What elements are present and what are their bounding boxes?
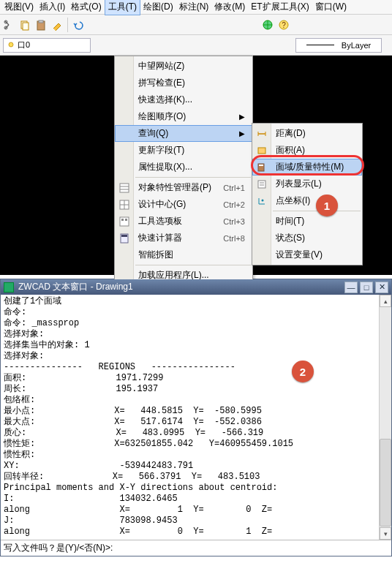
toolbar-main: ? xyxy=(0,15,392,35)
copy-icon[interactable] xyxy=(19,19,31,31)
help-icon[interactable]: ? xyxy=(278,19,290,31)
svg-point-32 xyxy=(262,199,264,201)
palette-icon xyxy=(118,216,130,227)
tools-item-qselect[interactable]: 快速选择(K)... xyxy=(115,91,252,108)
calculator-icon xyxy=(118,233,130,244)
svg-rect-10 xyxy=(120,184,129,192)
menubar: 视图(V) 插入(I) 格式(O) 工具(T) 绘图(D) 标注(N) 修改(M… xyxy=(0,0,392,15)
callout-ring-massprop xyxy=(251,155,364,176)
query-item-status[interactable]: 状态(S) xyxy=(252,230,362,246)
distance-icon xyxy=(256,128,268,140)
drawing-stage: 中望网站(Z) 拼写检查(E) 快速选择(K)... 绘图顺序(O)▶ 查询(Q… xyxy=(0,56,392,275)
linetype-dropdown[interactable]: ByLayer xyxy=(295,38,382,53)
submenu-arrow-icon: ▶ xyxy=(239,129,245,137)
match-icon[interactable] xyxy=(51,19,63,31)
menu-tools[interactable]: 工具(T) xyxy=(105,0,140,15)
svg-rect-24 xyxy=(258,148,265,154)
menu-format[interactable]: 格式(O) xyxy=(68,0,104,15)
query-item-point[interactable]: 点坐标(I) xyxy=(252,192,362,209)
text-window-title: ZWCAD 文本窗口 - Drawing1 xyxy=(18,281,133,293)
maximize-button[interactable]: □ xyxy=(360,282,373,293)
tools-item-propmgr[interactable]: 对象特性管理器(P)Ctrl+1 xyxy=(115,179,252,196)
bulb-icon xyxy=(7,41,15,50)
paste-icon[interactable] xyxy=(35,19,47,31)
tools-item-draworder[interactable]: 绘图顺序(O)▶ xyxy=(115,108,252,125)
tools-item-spell[interactable]: 拼写检查(E) xyxy=(115,75,252,91)
menu-modify[interactable]: 修改(M) xyxy=(211,0,248,15)
menu-view[interactable]: 视图(V) xyxy=(1,0,37,15)
text-window-titlebar[interactable]: ZWCAD 文本窗口 - Drawing1 — □ ✕ xyxy=(1,279,391,295)
text-window: ZWCAD 文本窗口 - Drawing1 — □ ✕ 创建了1个面域 命令: … xyxy=(0,279,392,556)
tools-item-palette[interactable]: 工具选项板Ctrl+3 xyxy=(115,213,252,230)
text-window-output[interactable]: 创建了1个面域 命令: 命令: _massprop 选择对象: 选择集当中的对象… xyxy=(1,295,391,540)
svg-rect-5 xyxy=(39,20,43,23)
text-window-body: 创建了1个面域 命令: 命令: _massprop 选择对象: 选择集当中的对象… xyxy=(1,295,391,540)
tools-item-attrext[interactable]: 属性提取(X)... xyxy=(115,159,252,176)
submenu-arrow-icon: ▶ xyxy=(239,113,245,121)
toolbar-layers: 口0 ByLayer xyxy=(0,35,392,56)
command-input[interactable]: 写入文件吗？是(Y)/<否(N)>: xyxy=(1,540,391,556)
list-icon xyxy=(256,178,268,190)
minimize-button[interactable]: — xyxy=(344,282,358,293)
tools-item-website[interactable]: 中望网站(Z) xyxy=(115,58,252,75)
callout-badge-2: 2 xyxy=(292,361,314,382)
menu-dim[interactable]: 标注(N) xyxy=(176,0,212,15)
query-item-time[interactable]: 时间(T) xyxy=(252,213,362,230)
scroll-thumb[interactable] xyxy=(380,439,391,527)
svg-rect-18 xyxy=(125,219,127,221)
properties-icon xyxy=(118,182,130,194)
tools-item-smart[interactable]: 智能拆图 xyxy=(115,246,252,263)
svg-rect-3 xyxy=(23,23,29,30)
linetype-label: ByLayer xyxy=(342,41,371,50)
linetype-preview xyxy=(306,45,334,45)
layer-name: 口0 xyxy=(18,39,30,50)
menu-separator xyxy=(135,265,251,265)
grid-icon xyxy=(118,199,130,211)
globe-icon[interactable] xyxy=(262,19,274,31)
query-item-distance[interactable]: 距离(D) xyxy=(252,125,362,142)
tools-item-design[interactable]: 设计中心(G)Ctrl+2 xyxy=(115,196,252,213)
point-icon xyxy=(256,195,268,207)
svg-rect-17 xyxy=(121,219,124,221)
svg-rect-16 xyxy=(120,217,129,226)
close-button[interactable]: ✕ xyxy=(375,282,388,293)
menu-window[interactable]: 窗口(W) xyxy=(312,0,350,15)
menu-insert[interactable]: 插入(I) xyxy=(37,0,68,15)
callout-badge-1: 1 xyxy=(316,195,338,216)
svg-point-9 xyxy=(9,42,13,47)
svg-text:?: ? xyxy=(282,21,286,29)
query-item-list[interactable]: 列表显示(L) xyxy=(252,176,362,192)
tools-item-calc[interactable]: 快速计算器Ctrl+8 xyxy=(115,230,252,246)
tools-item-updfield[interactable]: 更新字段(T) xyxy=(115,142,252,159)
svg-rect-20 xyxy=(121,235,127,237)
command-prompt: 写入文件吗？是(Y)/<否(N)>: xyxy=(4,542,113,554)
cut-icon[interactable] xyxy=(3,19,15,31)
query-item-setvar[interactable]: 设置变量(V) xyxy=(252,246,362,263)
menu-et[interactable]: ET扩展工具(X) xyxy=(248,0,312,15)
tools-item-query[interactable]: 查询(Q)▶ xyxy=(115,125,252,142)
menu-separator xyxy=(135,177,251,178)
svg-rect-27 xyxy=(258,181,265,188)
scroll-down-button[interactable]: ▾ xyxy=(380,527,391,540)
query-submenu: 距离(D) 面积(A) 面域/质量特性(M) 列表显示(L) 点坐标(I) 时间… xyxy=(252,123,363,265)
menu-draw[interactable]: 绘图(D) xyxy=(140,0,176,15)
scroll-up-button[interactable]: ▴ xyxy=(380,295,391,307)
layer-dropdown[interactable]: 口0 xyxy=(3,38,91,53)
scrollbar[interactable]: ▴ ▾ xyxy=(379,295,391,540)
app-icon xyxy=(4,282,14,293)
toolbar-sep xyxy=(67,18,68,32)
undo-icon[interactable] xyxy=(72,19,84,31)
